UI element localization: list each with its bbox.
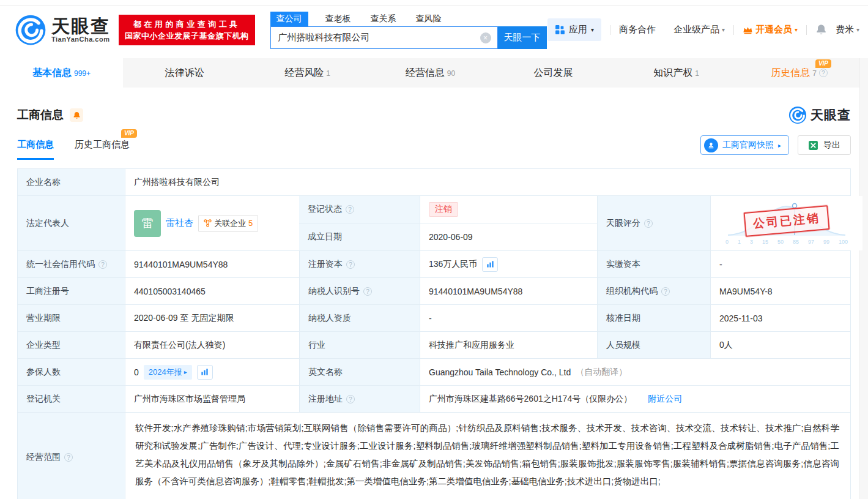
legal-rep-name-link[interactable]: 雷社杏 [166,217,193,229]
tab-label: 基本信息 [32,67,72,80]
help-icon[interactable]: ? [64,453,73,462]
score-scale: 01 315 5085 9799 100 [725,239,848,245]
field-label-establish-date: 成立日期 [299,223,420,250]
tianyancha-swirl-icon [788,106,807,124]
field-value-taxpayer-quality: - [420,305,597,331]
field-label-reg-address: 注册地址 ? [299,386,420,412]
section-subtabs: 工商信息 VIP 历史工商信息 [17,139,130,160]
help-icon[interactable]: ? [346,205,354,214]
top-nav: 应用 ▾ 商务合作 企业级产品 ▾ 开通会员 ▾ 费米 ▾ [547,18,859,41]
field-value-taxpayer-id: 91440101MA9UM54Y88 [420,278,597,304]
vip-label: 开通会员 [755,24,792,36]
tab-label: 公司发展 [534,67,573,80]
brand-domain: TianYanCha.com [51,36,110,43]
help-icon[interactable]: ? [98,260,107,269]
official-snapshot-button[interactable]: 工商官网快照 ▸ [700,135,789,155]
search-tab-risk[interactable]: 查风险 [410,12,448,26]
help-icon[interactable]: ? [363,287,372,296]
tab-history-info[interactable]: VIP 历史信息 7 ? [738,58,861,88]
field-label-reg-authority: 登记机关 [18,386,125,412]
search-tab-company[interactable]: 查公司 [270,12,308,26]
tab-label: 历史信息 [771,67,810,80]
related-label: 关联企业 [214,218,246,229]
field-label-score: 天眼评分 ? [597,196,710,250]
field-value-legal-rep: 雷 雷社杏 关联企业 5 [125,196,299,250]
username: 费米 [836,24,854,36]
tab-business-info[interactable]: 经营信息 90 [369,58,492,88]
monitor-bell-button[interactable] [70,108,83,122]
field-label-company-name: 企业名称 [18,169,125,195]
nav-user-menu[interactable]: 费米 ▾ [836,24,859,36]
help-icon[interactable]: ? [644,219,653,228]
nearby-companies-link[interactable]: 附近公司 [648,394,682,405]
insured-chart-button[interactable] [197,365,213,380]
slogan-line2: 国家中小企业发展子基金旗下机构 [125,30,249,42]
help-icon[interactable]: ? [819,69,828,77]
nav-cooperation[interactable]: 商务合作 [619,24,656,36]
tab-count: 90 [447,69,455,78]
tab-label: 法律诉讼 [165,67,204,80]
nav-enterprise-products[interactable]: 企业级产品 ▾ [673,24,725,36]
nav-open-vip[interactable]: 开通会员 ▾ [743,24,798,36]
field-value-business-scope: 软件开发;水产养殖珍珠购销;市场营销策划;互联网销售（除销售需要许可的商品）;针… [125,413,850,499]
tianyancha-watermark-logo: 天眼查 [788,106,851,124]
scrollbar-track[interactable] [859,58,868,499]
tab-basic-info[interactable]: 基本信息 999+ [0,58,123,88]
field-label-org-code: 组织机构代码 ? [597,278,710,304]
tab-label: 经营风险 [284,67,324,80]
apps-grid-icon [555,24,565,35]
annual-report-badge[interactable]: 2024年报 ▸ [144,365,192,380]
export-button[interactable]: 导出 [798,135,851,155]
tab-intellectual-property[interactable]: 知识产权 1 [615,58,738,88]
field-label-credit-code: 统一社会信用代码 ? [18,251,125,277]
field-label-industry: 行业 [299,332,420,358]
snapshot-label: 工商官网快照 [722,140,774,151]
reg-status-label: 登记状态 [308,204,342,215]
help-icon[interactable]: ? [346,260,355,269]
related-count: 5 [248,219,253,228]
auto-translate-note: （自动翻译） [576,367,627,378]
help-icon[interactable]: ? [661,287,670,296]
field-value-business-term: 2020-06-09 至 无固定期限 [125,305,299,331]
table-row: 企业名称 广州搭啦科技有限公司 [18,169,850,195]
search-tab-boss[interactable]: 查老板 [319,12,357,26]
excel-icon [808,140,818,151]
clear-search-icon[interactable]: × [480,32,491,43]
nav-separator [610,25,610,35]
tab-operating-risk[interactable]: 经营风险 1 [246,58,369,88]
field-value-industry: 科技推广和应用服务业 [420,332,597,358]
help-icon[interactable]: ? [346,395,355,403]
search-button[interactable]: 天眼一下 [498,26,547,49]
tianyancha-logo[interactable]: 天眼查 TianYanCha.com [15,14,110,46]
table-row: 工商注册号 440105003140465 纳税人识别号 ? 91440101M… [18,277,850,304]
nav-separator [733,25,734,35]
table-row: 法定代表人 雷 雷社杏 关联企业 5 [18,195,850,250]
tab-legal-proceedings[interactable]: 法律诉讼 [123,58,246,88]
tab-company-development[interactable]: 公司发展 [492,58,615,88]
chevron-down-icon: ▾ [856,26,859,33]
bar-chart-icon [201,368,209,376]
search-box: × [270,26,498,49]
nav-separator [806,25,807,35]
nav-separator [664,25,665,35]
subtab-history-registration[interactable]: VIP 历史工商信息 [75,139,130,160]
network-icon [204,219,212,227]
capital-chart-button[interactable] [482,257,498,272]
field-label-reg-capital: 注册资本 ? [299,251,420,277]
subtab-business-registration[interactable]: 工商信息 [17,139,54,160]
field-value-reg-authority: 广州市海珠区市场监督管理局 [125,386,299,412]
insured-count: 0 [134,367,139,377]
search-input[interactable] [271,27,497,48]
field-value-reg-address: 广州市海珠区建基路66号2601之H174号（仅限办公） 附近公司 [420,386,850,412]
legal-rep-avatar[interactable]: 雷 [134,210,161,237]
field-value-approval-date: 2025-11-03 [710,305,850,331]
tab-count: 999+ [74,69,91,78]
apps-menu[interactable]: 应用 ▾ [547,18,601,41]
related-companies-badge[interactable]: 关联企业 5 [198,215,258,232]
field-label-business-scope: 经营范围 ? [18,413,125,499]
search-tab-relation[interactable]: 查关系 [365,12,402,26]
field-label-approval-date: 核准日期 [597,305,710,331]
crown-icon [743,25,753,34]
field-label-insured: 参保人数 [18,359,125,385]
notifications-button[interactable] [815,24,827,36]
